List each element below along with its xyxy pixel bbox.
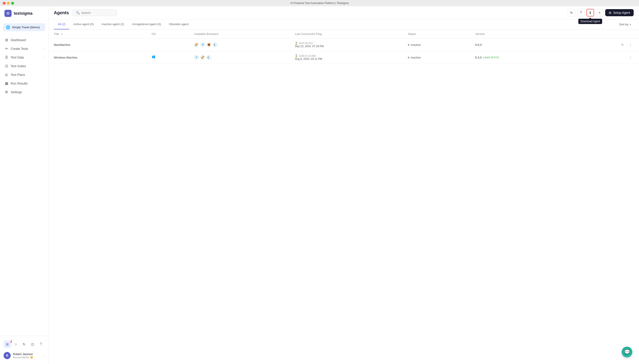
close-button[interactable] xyxy=(3,2,6,5)
run-results-icon: ▦ xyxy=(4,81,8,86)
status-cell: Inactive xyxy=(402,38,470,51)
ping-cell: ⌛ 43:07:42.911 Sep 23, 2024, 07:18 PM xyxy=(290,38,402,51)
sort-by-label: Sort by xyxy=(619,23,628,26)
chevron-down-icon: ▾ xyxy=(630,23,631,26)
user-area[interactable]: R Robert Jackson Account Admin 👑 › xyxy=(0,350,48,361)
chevron-down-icon: › xyxy=(43,47,44,50)
version-cell: 6.3.0 Latest (6.6.0) xyxy=(470,51,568,64)
status-badge: Inactive xyxy=(408,43,421,46)
search-box[interactable]: 🔍 xyxy=(72,9,117,16)
help-button[interactable]: ? xyxy=(577,9,585,16)
machine-name: Windows Machine xyxy=(54,56,78,59)
window-controls[interactable] xyxy=(3,2,14,5)
sidebar-item-create-tests[interactable]: ✏ Create Tests › xyxy=(0,44,48,53)
ping-time: ⌛ 1150:15:12.560 xyxy=(295,54,397,58)
search-input[interactable] xyxy=(82,11,112,14)
app-container: ⚙ testsigma 🌐 Simply Travel (Demo) ⊞ Das… xyxy=(0,6,639,364)
row-actions: ↻ ⋮ xyxy=(573,42,634,48)
tab-inactive-agent[interactable]: Inactive agent (2) xyxy=(98,19,128,29)
help-icon: ? xyxy=(40,342,42,346)
sidebar-item-run-results[interactable]: ▦ Run Results xyxy=(0,79,48,88)
ping-date: Aug 8, 2024, 04:11 PM xyxy=(295,58,397,60)
sidebar-item-label: Run Results xyxy=(11,82,44,85)
favorites-tool-button[interactable]: ☆ xyxy=(12,340,20,348)
agents-tool-button[interactable]: ⊞ ↙ xyxy=(4,340,11,348)
star-icon: ☆ xyxy=(14,342,17,346)
test-suites-icon: ⊡ xyxy=(4,64,8,68)
download-agent-button[interactable]: ⬇ xyxy=(586,9,594,16)
search-icon: 🔍 xyxy=(76,11,80,14)
row-more-button[interactable]: ⋮ xyxy=(628,54,634,60)
header-actions: ↻ ? ⬇ Download Agent + ⊞ Setup Agent xyxy=(568,9,634,16)
svg-point-3 xyxy=(208,44,210,46)
tab-all[interactable]: All (2) xyxy=(54,19,70,29)
maximize-button[interactable] xyxy=(11,2,14,5)
tab-unregistered-agent[interactable]: Unregistered agent (0) xyxy=(128,19,165,29)
test-data-icon: ☰ xyxy=(4,55,8,60)
create-tests-icon: ✏ xyxy=(4,46,8,51)
agents-icon: ⊞ xyxy=(6,342,9,346)
sidebar-item-test-plans[interactable]: ◎ Test Plans xyxy=(0,70,48,79)
browser-icons xyxy=(194,42,284,47)
download-agent-wrapper: ⬇ Download Agent xyxy=(586,9,594,16)
sidebar: ⚙ testsigma 🌐 Simply Travel (Demo) ⊞ Das… xyxy=(0,6,48,364)
chat-button[interactable]: 💬 xyxy=(622,347,632,357)
test-plans-icon: ◎ xyxy=(4,72,8,77)
col-os: OS xyxy=(146,30,189,38)
status-badge: Inactive xyxy=(408,56,421,59)
status-dot-icon xyxy=(408,44,410,46)
setup-agent-button[interactable]: ⊞ Setup Agent xyxy=(605,9,634,16)
setup-agent-label: Setup Agent xyxy=(613,11,630,14)
row-actions-cell: ↻ ⋮ xyxy=(568,38,639,51)
status-cell: Inactive xyxy=(402,51,470,64)
logo-area: ⚙ testsigma xyxy=(0,6,48,21)
table-row: MacMachine xyxy=(48,38,639,51)
settings-icon: ⚙ xyxy=(4,90,8,94)
gift-tool-button[interactable]: ⊡ xyxy=(29,340,36,348)
table-row: Windows Machine xyxy=(48,51,639,64)
sidebar-item-test-data[interactable]: ☰ Test Data › xyxy=(0,53,48,62)
sidebar-item-test-suites[interactable]: ⊡ Test Suites xyxy=(0,62,48,70)
gift-icon: ⊡ xyxy=(31,342,34,346)
sidebar-bottom: ⊞ ↙ ☆ ↻ ⊡ ? R xyxy=(0,336,48,364)
tab-obsolete-agent[interactable]: Obsolete agent xyxy=(165,19,193,29)
table-header-row: Title ⇅ OS Available Browsers Last Succe… xyxy=(48,30,639,38)
nav-section: ⊞ Dashboard ✏ Create Tests › ☰ Test Data… xyxy=(0,34,48,336)
download-agent-tooltip: Download Agent xyxy=(578,19,602,24)
avatar: R xyxy=(4,352,11,359)
sidebar-item-label: Test Suites xyxy=(11,64,44,68)
edge-icon xyxy=(213,42,218,47)
sort-by[interactable]: Sort by ▾ xyxy=(616,21,634,28)
top-header: Agents 🔍 ↻ ? ⬇ Download Agent xyxy=(48,6,639,19)
refresh-button[interactable]: ↻ xyxy=(568,9,575,16)
sidebar-item-settings[interactable]: ⚙ Settings xyxy=(0,88,48,96)
sidebar-item-dashboard[interactable]: ⊞ Dashboard xyxy=(0,36,48,44)
sidebar-item-label: Test Data xyxy=(11,56,41,59)
user-role: Account Admin 👑 xyxy=(13,356,42,359)
logo-text: testsigma xyxy=(14,11,32,16)
agents-table: Title ⇅ OS Available Browsers Last Succe… xyxy=(48,30,639,64)
minimize-button[interactable] xyxy=(7,2,10,5)
help-tool-button[interactable]: ? xyxy=(37,340,45,348)
browsers-cell xyxy=(189,51,290,64)
workspace-selector[interactable]: 🌐 Simply Travel (Demo) xyxy=(3,23,45,31)
col-title: Title ⇅ xyxy=(48,30,146,38)
chrome-icon xyxy=(200,55,205,60)
tab-active-agent[interactable]: Active agent (0) xyxy=(70,19,98,29)
user-name: Robert Jackson xyxy=(13,352,42,356)
status-dot-icon xyxy=(408,57,410,58)
chrome-icon xyxy=(194,42,199,47)
machine-title-cell: Windows Machine xyxy=(48,51,146,64)
svg-point-4 xyxy=(196,57,197,58)
refresh-tool-button[interactable]: ↻ xyxy=(20,340,28,348)
latest-badge: Latest (6.6.0) xyxy=(483,56,499,59)
crown-icon: 👑 xyxy=(30,356,33,359)
workspace-icon: 🌐 xyxy=(6,25,10,29)
add-button[interactable]: + xyxy=(596,9,604,16)
firefox-icon xyxy=(206,42,211,47)
row-more-button[interactable]: ⋮ xyxy=(628,42,634,48)
row-refresh-button[interactable]: ↻ xyxy=(620,42,626,48)
os-cell xyxy=(146,38,189,51)
sort-icon: ⇅ xyxy=(61,33,63,36)
setup-agent-icon: ⊞ xyxy=(609,11,612,14)
